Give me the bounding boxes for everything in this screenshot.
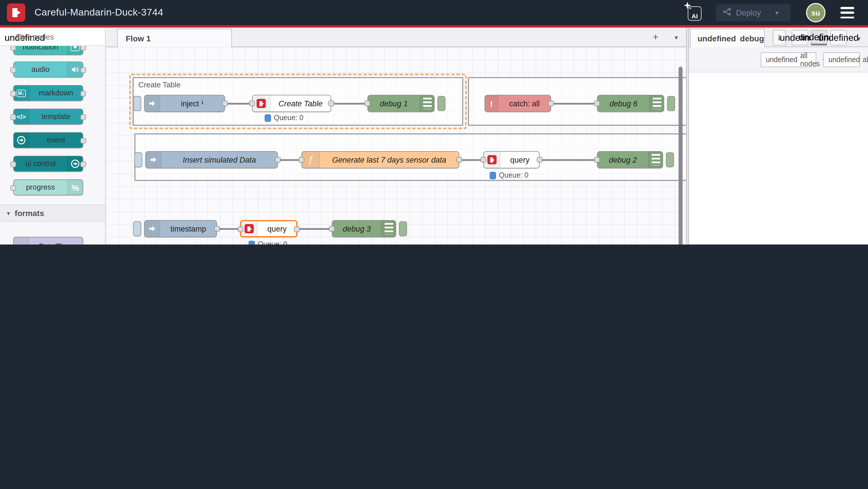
deploy-label: Deploy [736, 8, 761, 17]
wire[interactable] [459, 159, 484, 161]
input-port[interactable] [480, 157, 486, 163]
wire[interactable] [217, 228, 240, 230]
flow-node-debug-2-d2[interactable]: debug 2 [597, 151, 663, 168]
palette-node-markdown[interactable]: M↓markdown [13, 85, 83, 101]
palette-node-event[interactable]: event [13, 132, 83, 148]
node-label: catch: all [498, 99, 551, 108]
wire[interactable] [225, 103, 252, 104]
output-port [81, 46, 86, 51]
output-port[interactable] [222, 100, 228, 106]
trash-button-label: all [863, 56, 868, 64]
wire[interactable] [278, 159, 301, 161]
debug-filter-button[interactable]: undefined all nodes ▾ [761, 52, 816, 67]
deploy-button[interactable]: Deploy ▾ [716, 4, 790, 21]
palette-node-template[interactable]: </>template [13, 109, 83, 125]
inject-button-ts[interactable] [133, 221, 141, 236]
node-label: Create Table [270, 99, 331, 108]
output-port[interactable] [548, 100, 554, 106]
exclaim-icon: ! [485, 95, 498, 112]
output-port[interactable] [456, 157, 462, 163]
instance-title: Careful-Mandarin-Duck-3744 [34, 0, 163, 25]
input-port[interactable] [594, 157, 600, 163]
palette-node-label: event [29, 136, 83, 145]
tab-flow-1[interactable]: Flow 1 [117, 29, 232, 48]
wire[interactable] [331, 103, 367, 104]
node-label: inject ¹ [160, 99, 224, 108]
flow-list-caret-icon[interactable]: ▾ [670, 31, 683, 44]
debug-toggle-button-d6[interactable] [667, 96, 675, 111]
add-flow-button[interactable]: + [649, 31, 662, 44]
main-menu-icon[interactable] [840, 7, 854, 19]
palette-node-ui-control[interactable]: ui control [13, 156, 83, 172]
debug-clear-button[interactable]: undefined all ▾ [823, 52, 860, 67]
output-port [81, 138, 86, 144]
output-port[interactable] [294, 226, 300, 232]
palette-filter-input[interactable] [15, 30, 100, 44]
flow-node-catch-all-catch[interactable]: !catch: all [485, 95, 551, 112]
flow-node-debug-6-d6[interactable]: debug 6 [597, 95, 664, 112]
flow-node-inject-inject1[interactable]: inject ¹ [144, 95, 225, 112]
inject-icon [145, 221, 160, 237]
node-label: Generate last 7 days sensor data [320, 155, 459, 164]
flow-node-query-q3[interactable]: query [240, 220, 298, 237]
config-tab-button[interactable]: undefined [830, 30, 847, 46]
debug-toggle-button-d1[interactable] [437, 96, 445, 111]
input-port[interactable] [238, 226, 243, 232]
output-port[interactable] [329, 100, 334, 106]
ffbadge-icon [253, 95, 270, 112]
node-label: query [501, 155, 539, 164]
bars-icon [381, 221, 396, 237]
input-port[interactable] [594, 100, 600, 106]
node-label: debug 3 [332, 224, 381, 233]
flow-tab-bar: Flow 1 + ▾ [106, 28, 686, 47]
debug-tab-label: debug [740, 34, 764, 43]
palette-node-label: audio [14, 65, 67, 74]
palette-node-audio[interactable]: audio [13, 61, 83, 78]
input-port[interactable] [249, 100, 255, 106]
tab-debug[interactable]: undefined debug [690, 29, 765, 48]
output-port[interactable] [214, 226, 220, 232]
palette-node-date-time-formatter[interactable]: Date/TimeFormatter [13, 237, 83, 244]
wire[interactable] [539, 159, 597, 161]
user-avatar[interactable]: su [806, 3, 826, 22]
ai-assistant-button[interactable]: AI [685, 5, 703, 21]
flow-node-generate-last-7-days-sensor-data-gen[interactable]: fGenerate last 7 days sensor data [301, 151, 459, 168]
debug-toggle-button-d3[interactable] [399, 221, 407, 236]
input-port[interactable] [299, 157, 304, 163]
wire[interactable] [298, 228, 332, 230]
sidebar-tab-bar: undefined debug i undefined undefined un… [689, 28, 868, 47]
flow-node-insert-simulated-data-ins[interactable]: Insert simulated Data [145, 151, 278, 168]
sidebar-tabs-caret-icon[interactable]: ▾ [852, 32, 865, 45]
flow-canvas[interactable]: Create Tableinject ¹Create Tabledebug 1!… [106, 47, 686, 244]
palette-node-notification[interactable]: notification [13, 46, 83, 55]
inject-button-inject1[interactable] [133, 96, 141, 111]
palette-filter[interactable]: undefined [0, 28, 105, 46]
node-status: Queue: 0 [249, 240, 287, 244]
flow-node-debug-1-d1[interactable]: debug 1 [367, 95, 435, 112]
flow-node-create-table-ct[interactable]: Create Table [252, 95, 331, 112]
node-label: Insert simulated Data [161, 155, 277, 164]
flow-node-query-q2[interactable]: query [484, 151, 539, 168]
input-port[interactable] [329, 226, 335, 232]
palette-section-formats[interactable]: ▾formats [0, 205, 105, 222]
inject-button-ins[interactable] [134, 152, 143, 167]
flowfuse-logo-icon[interactable] [7, 3, 25, 22]
filter-button-label: all nodes [800, 52, 820, 68]
output-port[interactable] [275, 157, 281, 163]
sidebar-resize-handle[interactable] [686, 28, 689, 244]
flow-node-debug-3-d3[interactable]: debug 3 [332, 220, 396, 237]
debug-toggle-button-d2[interactable] [666, 152, 674, 167]
deploy-options-caret-icon[interactable]: ▾ [769, 7, 778, 19]
canvas-vertical-scrollbar[interactable] [679, 67, 683, 244]
palette-node-label: Date/TimeFormatter [29, 242, 83, 244]
wire[interactable] [551, 103, 597, 104]
palette-node-progress[interactable]: progress% [13, 179, 83, 195]
node-status: Queue: 0 [265, 114, 303, 122]
flow-tab-label: Flow 1 [126, 34, 151, 43]
output-port[interactable] [537, 157, 542, 163]
input-port[interactable] [365, 100, 370, 106]
flowfuse-editor: Careful-Mandarin-Duck-3744 AI Deploy ▾ s… [0, 0, 868, 244]
palette-node-label: progress [14, 183, 67, 192]
flow-node-timestamp-ts[interactable]: timestamp [144, 220, 217, 237]
code-icon: </> [14, 109, 29, 124]
